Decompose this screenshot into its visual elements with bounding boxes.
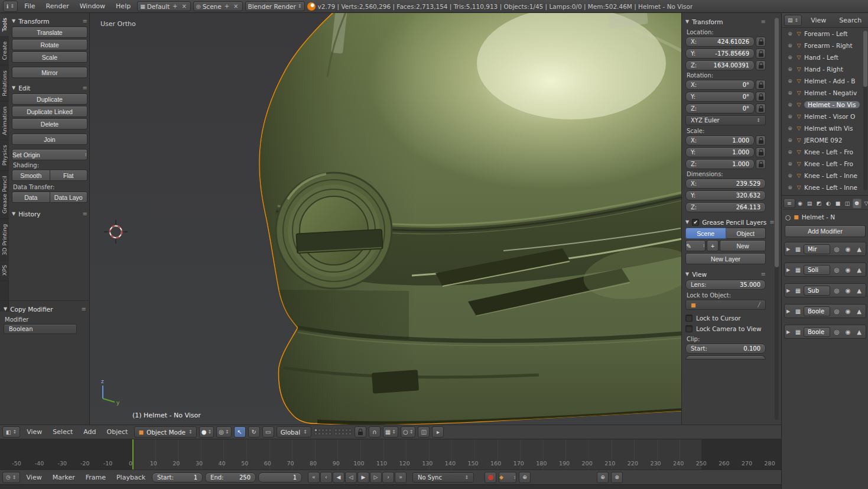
expand-icon[interactable]: ▶: [786, 247, 792, 252]
render-layers-tab[interactable]: ▤: [805, 198, 814, 208]
expand-icon[interactable]: ⊕: [786, 161, 794, 167]
expand-icon[interactable]: ⊕: [786, 90, 794, 96]
helmet-model[interactable]: [259, 13, 681, 425]
outliner-item[interactable]: ⊕ ▽ Helmet - Add - B: [782, 75, 868, 87]
translate-button[interactable]: Translate: [12, 27, 87, 38]
pivot-point-dropdown[interactable]: ◎ ↕: [216, 426, 231, 438]
outliner-menu-item[interactable]: View: [807, 17, 830, 24]
snap-element-dropdown[interactable]: ▦ ↕: [383, 426, 398, 438]
modifier-row[interactable]: ▶ ▦ Boole ◎ ◉ ▲: [784, 325, 866, 339]
lock-button[interactable]: [756, 48, 766, 59]
panel-grip-icon[interactable]: ≡: [769, 219, 774, 225]
lock-camera-checkbox[interactable]: [685, 325, 693, 332]
edit-visibility-icon[interactable]: ▲: [854, 246, 864, 252]
close-screen-button[interactable]: ×: [180, 3, 187, 9]
timeline-menu-item[interactable]: Frame: [82, 474, 110, 481]
tool-shelf-tab[interactable]: Grease Pencil: [0, 171, 9, 219]
lock-to-cursor-checkbox[interactable]: [685, 315, 693, 322]
object-name[interactable]: JEROME 092: [804, 137, 842, 144]
layer-toggle[interactable]: [345, 432, 348, 435]
object-name[interactable]: Helmet - No Vis: [804, 101, 860, 108]
next-keyframe-button[interactable]: ›: [382, 472, 394, 483]
expand-icon[interactable]: ▶: [786, 288, 792, 293]
gp-object-tab[interactable]: Object: [726, 228, 766, 239]
expand-icon[interactable]: ⊕: [786, 125, 794, 131]
lock-to-scene-toggle[interactable]: [355, 426, 366, 438]
rotation-mode-dropdown[interactable]: XYZ Euler ↕: [685, 115, 766, 125]
outliner-item[interactable]: ⊕ ▽ Forearm - Right: [782, 40, 868, 51]
transform-panel-header[interactable]: ▼ Transform ≡: [685, 16, 766, 27]
3d-cursor[interactable]: [104, 220, 128, 244]
render-visibility-icon[interactable]: ◎: [832, 308, 841, 315]
render-visibility-icon[interactable]: ◎: [832, 287, 841, 294]
layer-toggle[interactable]: [334, 429, 337, 432]
scale-button[interactable]: Scale: [12, 51, 87, 63]
lock-button[interactable]: [756, 60, 766, 70]
lock-button[interactable]: [756, 147, 766, 157]
object-name[interactable]: Helmet - Add - B: [804, 77, 856, 85]
modifier-name-field[interactable]: Soli: [804, 265, 830, 275]
start-frame-field[interactable]: Start: 1: [152, 472, 203, 482]
close-scene-button[interactable]: ×: [232, 3, 239, 9]
edit-visibility-icon[interactable]: ▲: [854, 329, 864, 335]
outliner-item[interactable]: ⊕ ▽ Forearm - Left: [782, 28, 868, 40]
join-button[interactable]: Join: [12, 134, 87, 145]
clip-end-field-cut[interactable]: [685, 355, 766, 360]
pin-icon[interactable]: ○: [785, 213, 791, 221]
layer-toggle[interactable]: [314, 429, 317, 432]
modifier-name-field[interactable]: Mir: [804, 244, 830, 254]
tool-shelf-tab[interactable]: Animation: [0, 102, 9, 140]
outliner-scrollbar[interactable]: [863, 31, 867, 190]
tool-shelf-tab[interactable]: 3D Printing: [0, 219, 9, 261]
proportional-edit-dropdown[interactable]: ○ ↕: [401, 426, 415, 438]
top-menu-item[interactable]: Render: [42, 2, 73, 10]
scale-field[interactable]: Z:1.000: [685, 159, 755, 169]
scene-tab[interactable]: ◩: [815, 198, 824, 208]
modifier-select-dropdown[interactable]: Boolean: [4, 324, 77, 334]
sync-dropdown[interactable]: No Sync ↕: [412, 472, 474, 482]
transform-orientation-dropdown[interactable]: Global ↕: [277, 426, 311, 438]
layer-toggle[interactable]: [338, 429, 341, 432]
history-panel-header[interactable]: ▼ History ≡: [12, 208, 87, 219]
location-field[interactable]: Z:1634.00391: [685, 60, 755, 70]
editor-type-properties-icon[interactable]: ≡: [784, 198, 795, 208]
expand-icon[interactable]: ▶: [786, 267, 792, 273]
modifier-row[interactable]: ▶ ▦ Soli ◎ ◉ ▲: [784, 263, 866, 277]
add-scene-button[interactable]: +: [223, 3, 230, 9]
location-field[interactable]: Y:-175.85669: [685, 48, 755, 59]
jump-to-end-button[interactable]: »: [395, 472, 407, 483]
expand-icon[interactable]: ▶: [786, 309, 792, 314]
outliner-item[interactable]: ⊕ ▽ Hand - Left |: [782, 51, 868, 63]
tool-shelf-tab[interactable]: Tools: [0, 13, 9, 37]
modifier-name-field[interactable]: Boole: [804, 306, 830, 316]
gp-new-button[interactable]: New: [720, 240, 766, 251]
snap-toggle[interactable]: ∩: [369, 426, 381, 438]
next-frame-button[interactable]: ▷: [370, 472, 382, 483]
keyingset-add-button[interactable]: ⊕: [597, 472, 609, 483]
manipulator-rotate-toggle[interactable]: ↻: [248, 426, 260, 438]
layer-toggle[interactable]: [318, 432, 321, 435]
flat-button[interactable]: Flat: [50, 170, 88, 181]
3dview-menu-item[interactable]: View: [22, 428, 46, 436]
expand-icon[interactable]: ⊕: [786, 54, 794, 60]
panel-grip-icon[interactable]: ≡: [761, 271, 766, 277]
timeline-ruler[interactable]: -50-40-30-20-100102030405060708090100110…: [0, 439, 781, 469]
panel-grip-icon[interactable]: ≡: [761, 18, 766, 25]
layer-toggle[interactable]: [325, 432, 328, 435]
expand-icon[interactable]: ⊕: [786, 66, 794, 72]
outliner-menu-item[interactable]: Search: [835, 17, 866, 24]
panel-grip-icon[interactable]: ≡: [83, 211, 87, 217]
add-screen-button[interactable]: +: [171, 3, 178, 9]
tool-shelf-tab[interactable]: XPS: [0, 260, 9, 281]
lock-to-object-picker[interactable]: ■ ╱: [685, 300, 766, 310]
expand-icon[interactable]: ⊕: [786, 114, 794, 119]
render-visibility-icon[interactable]: ◎: [832, 267, 841, 273]
delete-button[interactable]: Delete: [12, 118, 87, 129]
opengl-render-anim-button[interactable]: ▸: [432, 426, 444, 438]
eyedropper-icon[interactable]: ╱: [758, 302, 760, 307]
object-name[interactable]: Knee - Left - Inne: [804, 184, 857, 191]
data-button[interactable]: Data: [12, 192, 50, 203]
scale-field[interactable]: X:1.000: [685, 135, 755, 145]
edit-visibility-icon[interactable]: ▲: [854, 267, 864, 273]
viewport-visibility-icon[interactable]: ◉: [843, 246, 853, 252]
